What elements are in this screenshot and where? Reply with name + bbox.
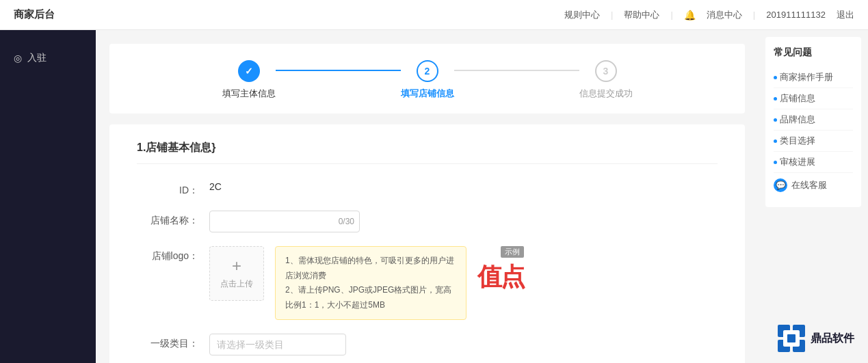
logo-upload-area: + 点击上传 1、需体现您店铺的特色，可吸引更多的用户进店浏览消费 2、请上传P… bbox=[209, 246, 551, 320]
section-title: 1.店铺基本信息} bbox=[137, 141, 718, 164]
help-center-link[interactable]: 帮助中心 bbox=[624, 9, 659, 21]
main-layout: ◎ 入驻 ✓ 填写主体信息 2 填写店铺信息 3 信息提交成功 bbox=[0, 30, 868, 363]
step-line-1 bbox=[276, 70, 401, 71]
logo-field: + 点击上传 1、需体现您店铺的特色，可吸引更多的用户进店浏览消费 2、请上传P… bbox=[209, 246, 551, 320]
sidebar: ◎ 入驻 bbox=[0, 30, 96, 363]
faq-item-2[interactable]: 品牌信息 bbox=[774, 109, 853, 131]
faq-dot-3 bbox=[774, 139, 777, 143]
step-3-circle: 3 bbox=[595, 60, 617, 82]
category-field: 请选择一级类目 bbox=[209, 334, 551, 355]
faq-label-1: 店铺信息 bbox=[780, 92, 815, 105]
top-nav: 商家后台 规则中心 | 帮助中心 | 🔔 消息中心 | 201911111132… bbox=[0, 0, 868, 30]
step-2-label: 填写店铺信息 bbox=[401, 88, 454, 100]
faq-dot-0 bbox=[774, 76, 777, 79]
rules-center-link[interactable]: 规则中心 bbox=[564, 9, 600, 21]
entry-icon: ◎ bbox=[14, 53, 22, 64]
faq-label-2: 品牌信息 bbox=[780, 113, 815, 126]
step-1-label: 填写主体信息 bbox=[222, 88, 276, 100]
shop-name-input-wrapper: 0/30 bbox=[209, 211, 360, 232]
step-2: 2 填写店铺信息 bbox=[401, 60, 454, 100]
shop-name-field: 0/30 bbox=[209, 211, 551, 232]
category-select[interactable]: 请选择一级类目 bbox=[209, 334, 346, 355]
faq-label-4: 审核进展 bbox=[780, 156, 815, 168]
id-value: 2C bbox=[209, 177, 222, 192]
faq-box: 常见问题 商家操作手册 店铺信息 品牌信息 类目选择 审核进展 bbox=[765, 37, 861, 207]
step-3: 3 信息提交成功 bbox=[579, 60, 633, 100]
step-3-label: 信息提交成功 bbox=[579, 88, 633, 100]
plus-icon: + bbox=[232, 258, 241, 274]
shop-name-row: 店铺名称： 0/30 bbox=[137, 211, 718, 232]
brand-logo-icon bbox=[778, 325, 805, 352]
right-panel: 常见问题 商家操作手册 店铺信息 品牌信息 类目选择 审核进展 bbox=[759, 30, 868, 363]
faq-dot-2 bbox=[774, 118, 777, 122]
faq-item-0[interactable]: 商家操作手册 bbox=[774, 67, 853, 88]
logo-label: 店铺logo： bbox=[137, 246, 198, 263]
nav-right: 规则中心 | 帮助中心 | 🔔 消息中心 | 201911111132 退出 bbox=[564, 9, 854, 21]
upload-text: 点击上传 bbox=[220, 278, 253, 290]
online-service[interactable]: 💬 在线客服 bbox=[774, 173, 853, 198]
shop-name-input[interactable] bbox=[209, 211, 360, 232]
app-title: 商家后台 bbox=[14, 8, 55, 21]
step-1-circle: ✓ bbox=[238, 60, 260, 82]
faq-label-0: 商家操作手册 bbox=[780, 71, 833, 83]
logout-link[interactable]: 退出 bbox=[837, 9, 854, 21]
main-content: ✓ 填写主体信息 2 填写店铺信息 3 信息提交成功 1.店铺基本信息} bbox=[96, 30, 759, 363]
faq-item-4[interactable]: 审核进展 bbox=[774, 152, 853, 173]
faq-dot-1 bbox=[774, 97, 777, 100]
sidebar-item-entry[interactable]: ◎ 入驻 bbox=[0, 44, 96, 72]
step-line-2 bbox=[454, 70, 579, 71]
category-row: 一级类目： 请选择一级类目 bbox=[137, 334, 718, 355]
brand-name: 鼎品软件 bbox=[811, 332, 854, 346]
faq-item-3[interactable]: 类目选择 bbox=[774, 131, 853, 152]
step-2-circle: 2 bbox=[417, 60, 438, 82]
id-label: ID： bbox=[137, 180, 198, 197]
logo-tips: 1、需体现您店铺的特色，可吸引更多的用户进店浏览消费 2、请上传PNG、JPG或… bbox=[275, 246, 466, 320]
steps-row: ✓ 填写主体信息 2 填写店铺信息 3 信息提交成功 bbox=[222, 60, 633, 100]
id-field: 2C bbox=[209, 180, 551, 193]
faq-title: 常见问题 bbox=[774, 46, 853, 59]
bottom-brand: 鼎品软件 bbox=[778, 325, 854, 352]
logo-upload-box[interactable]: + 点击上传 bbox=[209, 246, 264, 301]
svg-rect-5 bbox=[787, 334, 795, 342]
logo-row: 店铺logo： + 点击上传 1、需体现您店铺的特色，可吸引更多的用户进店浏览消… bbox=[137, 246, 718, 320]
service-icon: 💬 bbox=[774, 178, 787, 192]
divider2: | bbox=[670, 10, 672, 20]
divider3: | bbox=[753, 10, 755, 20]
sidebar-item-label: 入驻 bbox=[27, 52, 47, 64]
divider1: | bbox=[611, 10, 613, 20]
shop-name-label: 店铺名称： bbox=[137, 211, 198, 227]
faq-label-3: 类目选择 bbox=[780, 135, 815, 147]
form-area: 1.店铺基本信息} ID： 2C 店铺名称： 0/30 bbox=[109, 124, 745, 363]
id-row: ID： 2C bbox=[137, 180, 718, 197]
category-label: 一级类目： bbox=[137, 334, 198, 350]
step-1: ✓ 填写主体信息 bbox=[222, 60, 276, 100]
faq-item-1[interactable]: 店铺信息 bbox=[774, 88, 853, 109]
steps-container: ✓ 填写主体信息 2 填写店铺信息 3 信息提交成功 bbox=[109, 44, 745, 113]
example-brand-text: 值点 bbox=[477, 260, 524, 294]
logo-example: 示例 值点 bbox=[477, 246, 524, 294]
user-id: 201911111132 bbox=[766, 10, 826, 20]
example-badge: 示例 bbox=[501, 246, 524, 258]
faq-dot-4 bbox=[774, 161, 777, 164]
online-service-label: 在线客服 bbox=[791, 179, 827, 191]
message-center-link[interactable]: 消息中心 bbox=[707, 9, 742, 21]
bell-icon: 🔔 bbox=[684, 10, 696, 21]
